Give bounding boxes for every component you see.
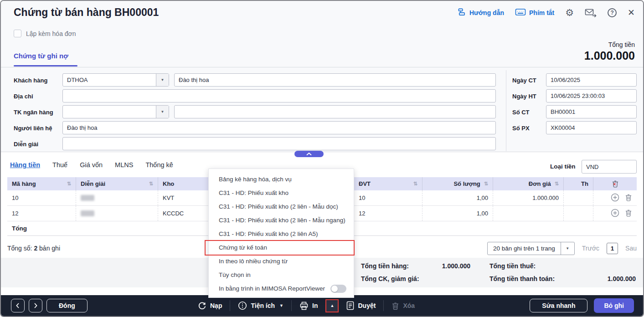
guide-link[interactable]: Hướng dẫn [458,8,504,18]
menu-item-mimosa-reportviewer[interactable]: In bằng trình in MIMOSA ReportViewer [209,282,354,296]
approve-button[interactable]: Duyệt [346,301,376,310]
cell-so-luong: 1,00 [422,206,493,221]
menu-item-in-theo-lo[interactable]: In theo lô nhiều chứng từ [209,255,354,268]
caret-up-icon: ▲ [330,303,335,308]
currency-input[interactable] [582,160,637,174]
page-size-select[interactable]: 20 bản ghi trên 1 trang ▼ [487,242,575,255]
tab-thong-ke[interactable]: Thống kê [145,161,173,169]
customer-name-input[interactable] [174,73,496,87]
detail-tabs: Hàng tiền Thuế Giá vốn MLNS Thống kê [10,161,173,169]
chevron-down-icon[interactable]: ▼ [561,242,574,255]
contact-label: Người liên hệ [14,125,52,132]
customer-code-input[interactable] [63,74,156,86]
utilities-button[interactable]: Tiện ích ▼ [238,301,283,310]
menu-item-bang-ke[interactable]: Bảng kê hàng hóa, dịch vụ [209,173,354,186]
sort-icon[interactable]: ⇅ [67,181,71,187]
menu-item-c31-hd-2lien-a5[interactable]: C31 - HD: Phiếu xuất kho (2 liên A5) [209,227,354,241]
bottom-left-group: Đóng [11,299,88,312]
next-page-button[interactable]: Sau [625,245,637,252]
posting-date-input[interactable] [546,89,637,102]
export-no-input[interactable] [546,121,637,134]
doc-date-input[interactable] [546,73,637,87]
gear-icon[interactable]: ⚙ [565,8,574,17]
col-don-gia[interactable]: Đơn giá⇅ [493,177,563,190]
tab-hang-tien[interactable]: Hàng tiền [10,161,40,169]
col-kho[interactable]: Kho [158,177,210,190]
current-page-box[interactable]: 1 [607,243,618,254]
bank-account-label: TK ngân hàng [14,109,53,116]
col-so-luong[interactable]: Số lượng⇅ [422,177,493,190]
cell-kho: KCCDC [158,206,210,221]
chevron-up-icon [306,152,312,156]
delete-row-icon[interactable] [625,194,632,203]
sort-icon[interactable]: ⇅ [413,181,417,187]
description-input[interactable] [62,137,496,150]
prev-record-button[interactable] [11,299,25,312]
add-row-icon[interactable] [611,193,619,203]
invoice-checkbox[interactable] [14,30,21,37]
menu-item-chung-tu-ke-toan[interactable]: Chứng từ kế toán [209,241,354,255]
contact-wrap [62,121,496,134]
sort-icon[interactable]: ⇅ [484,181,488,187]
close-icon[interactable]: ✕ [628,7,635,18]
col-ma-hang[interactable]: Mã hàng⇅ [7,177,76,190]
cell-actions [593,190,637,205]
reload-button[interactable]: Nạp [198,302,222,310]
tab-chung-tu-ghi-no[interactable]: Chứng từ ghi nợ [14,52,68,60]
address-input[interactable] [62,89,496,102]
cell-thanh-tien [563,190,593,205]
customer-label: Khách hàng [14,77,47,84]
trash-icon [392,302,399,310]
bank-name-input[interactable] [174,105,496,118]
menu-item-c31-hd[interactable]: C31 - HD: Phiếu xuất kho [209,186,354,200]
print-menu-caret-button[interactable]: ▲ [325,299,339,312]
menu-item-tuy-chon-in[interactable]: Tùy chọn in [209,268,354,282]
tab-thue[interactable]: Thuế [52,161,67,169]
close-button[interactable]: Đóng [46,299,88,312]
customer-name-wrap [174,73,496,87]
bank-account-code-input[interactable] [63,106,156,118]
prev-page-button[interactable]: Trước [582,245,599,252]
contact-input[interactable] [62,121,496,134]
delete-all-icon[interactable]: × [612,180,619,188]
help-icon[interactable]: ? [608,8,617,17]
export-no-label: Số PX [512,125,530,132]
table-total-label: Tổng [12,225,27,232]
doc-no-input[interactable] [546,105,637,118]
sum-payment-value: 1.000.000 [591,275,636,282]
col-thanh-tien[interactable]: Th [563,177,593,190]
cell-don-gia: 1.000.000 [493,190,563,205]
quick-edit-button[interactable]: Sửa nhanh [530,299,587,312]
unpost-button[interactable]: Bỏ ghi [594,298,634,313]
pagination: 20 bản ghi trên 1 trang ▼ Trước 1 Sau [487,242,637,255]
add-row-icon[interactable] [611,209,619,219]
shortcut-link[interactable]: Phím tắt [515,8,554,17]
menu-item-c31-hd-2lien-ngang[interactable]: C31 - HD: Phiếu xuất kho (2 liên - Mẫu n… [209,214,354,227]
next-record-button[interactable] [29,299,42,312]
mimosa-toggle[interactable] [330,285,346,293]
currency-box [582,160,637,174]
mail-forward-icon[interactable] [585,8,597,17]
description-wrap [62,137,496,150]
print-button[interactable]: In [299,302,318,310]
customer-combo-arrow-icon[interactable]: ▼ [156,74,169,86]
printer-icon [299,302,309,310]
address-wrap [62,89,496,102]
collapse-header-button[interactable] [294,151,324,157]
redacted-text [81,210,94,216]
doc-no-label: Số CT [512,109,530,116]
utilities-icon [238,301,247,310]
guide-icon [458,8,466,18]
delete-row-icon[interactable] [625,209,632,218]
col-dien-giai[interactable]: Diễn giải⇅ [76,177,158,190]
form-divider [506,70,506,151]
menu-item-c31-hd-2lien-doc[interactable]: C31 - HD: Phiếu xuất kho (2 liên - Mẫu d… [209,200,354,214]
sort-icon[interactable]: ⇅ [149,181,153,187]
bank-account-combo-arrow-icon[interactable]: ▼ [156,106,169,118]
tab-gia-von[interactable]: Giá vốn [80,161,103,169]
sales-voucher-window: Chứng từ bán hàng BH00001 Hướng dẫn Ph [0,0,644,317]
sort-icon[interactable]: ⇅ [555,181,559,187]
col-dvt[interactable]: ĐVT⇅ [354,177,422,190]
tab-divider [1,67,643,67]
tab-mlns[interactable]: MLNS [115,161,133,169]
